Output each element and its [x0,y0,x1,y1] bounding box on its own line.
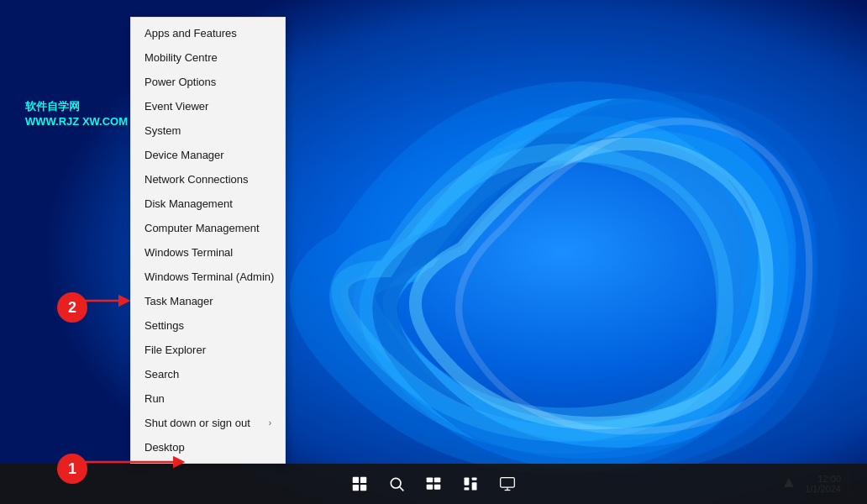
menu-item-search[interactable]: Search [131,362,285,386]
watermark-line2: WWW.RJZ XW.COM [25,114,128,129]
menu-item-task-manager[interactable]: Task Manager [131,289,285,313]
svg-rect-17 [472,478,477,480]
menu-item-label: Shut down or sign out [144,417,250,429]
menu-item-power-options[interactable]: Power Options [131,70,285,94]
context-menu: Apps and FeaturesMobility CentrePower Op… [130,17,286,464]
menu-item-label: Device Manager [144,149,224,161]
menu-item-desktop[interactable]: Desktop [131,435,285,459]
menu-item-label: System [144,124,181,137]
menu-item-label: Desktop [144,441,185,454]
menu-item-label: Mobility Centre [144,51,218,64]
svg-rect-12 [434,478,441,483]
menu-item-label: Run [144,392,165,405]
widgets-button[interactable] [454,467,487,501]
submenu-chevron-icon: › [269,418,271,428]
menu-item-event-viewer[interactable]: Event Viewer [131,94,285,118]
menu-item-device-manager[interactable]: Device Manager [131,143,285,167]
annotation-badge-1: 1 [57,454,87,484]
menu-item-label: Windows Terminal (Admin) [144,270,274,283]
monitor-icon[interactable] [491,467,524,501]
svg-rect-18 [472,482,477,490]
svg-rect-14 [434,485,441,490]
menu-item-label: Computer Management [144,222,260,234]
desktop: 软件自学网 WWW.RJZ XW.COM Apps and FeaturesMo… [0,0,867,504]
svg-rect-13 [427,485,434,490]
watermark: 软件自学网 WWW.RJZ XW.COM [25,99,128,129]
svg-rect-7 [353,485,359,491]
annotation-badge-2: 2 [57,292,87,323]
menu-item-label: Disk Management [144,197,233,210]
menu-item-run[interactable]: Run [131,386,285,411]
start-button[interactable] [343,467,376,501]
menu-item-label: Event Viewer [144,100,208,113]
svg-point-9 [391,478,401,488]
svg-rect-11 [427,478,434,483]
menu-item-apps-and-features[interactable]: Apps and Features [131,21,285,45]
taskbar-search-button[interactable] [380,467,413,501]
menu-item-file-explorer[interactable]: File Explorer [131,338,285,362]
menu-item-label: Apps and Features [144,27,237,39]
menu-item-mobility-centre[interactable]: Mobility Centre [131,45,285,70]
menu-item-windows-terminal[interactable]: Windows Terminal [131,240,285,265]
menu-item-windows-terminal-(admin)[interactable]: Windows Terminal (Admin) [131,265,285,289]
task-view-button[interactable] [417,467,450,501]
svg-rect-15 [465,478,470,486]
menu-item-label: Windows Terminal [144,246,233,259]
menu-item-system[interactable]: System [131,118,285,143]
menu-item-shut-down-or-sign-out[interactable]: Shut down or sign out› [131,411,285,435]
svg-rect-8 [360,485,366,491]
menu-item-computer-management[interactable]: Computer Management [131,216,285,240]
watermark-line1: 软件自学网 [25,99,128,114]
svg-rect-6 [360,477,366,483]
menu-item-disk-management[interactable]: Disk Management [131,192,285,216]
svg-line-10 [400,487,404,491]
menu-item-network-connections[interactable]: Network Connections [131,167,285,192]
svg-rect-16 [465,487,470,490]
taskbar [0,464,867,504]
menu-item-label: File Explorer [144,344,206,356]
menu-item-settings[interactable]: Settings [131,313,285,338]
svg-rect-5 [353,477,359,483]
menu-item-label: Task Manager [144,295,213,307]
menu-item-label: Network Connections [144,173,249,186]
menu-item-label: Search [144,368,179,381]
menu-item-label: Power Options [144,76,216,88]
menu-item-label: Settings [144,319,184,332]
svg-rect-19 [501,478,515,488]
